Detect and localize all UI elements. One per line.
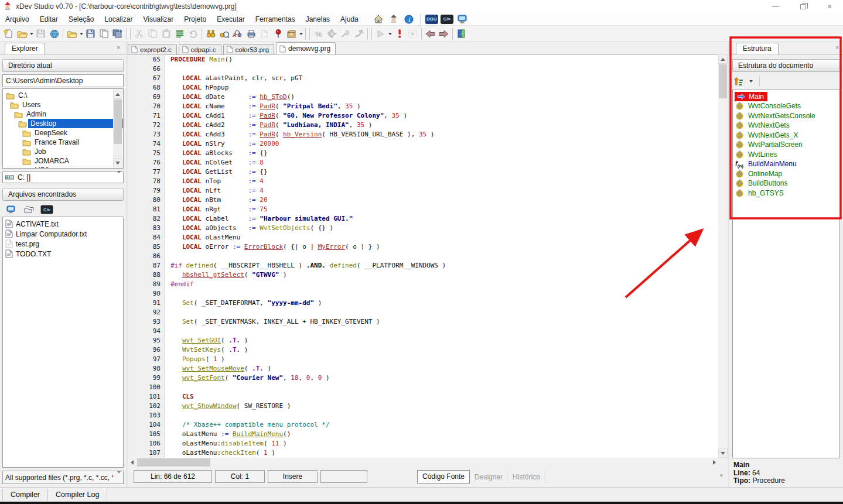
structure-item[interactable]: WvtLines: [733, 150, 839, 160]
structure-item[interactable]: WvtNextGets: [733, 121, 839, 131]
scroll-left-icon[interactable]: [128, 458, 136, 467]
editor-badge-icon[interactable]: C/>: [41, 205, 53, 214]
format-lines-icon[interactable]: [173, 27, 186, 40]
explorer-tree-item[interactable]: DeepSeek: [3, 128, 123, 138]
doc-tab-Histórico[interactable]: Histórico: [508, 471, 545, 484]
menu-localizar[interactable]: Localizar: [99, 13, 138, 25]
editor-tab-expropt2.c[interactable]: expropt2.c: [128, 44, 177, 54]
scroll-up-icon[interactable]: [113, 90, 122, 99]
find-next-icon[interactable]: [217, 27, 231, 40]
structure-close-icon[interactable]: ×: [835, 44, 839, 51]
tab-explorer[interactable]: Explorer: [5, 43, 45, 54]
structure-item[interactable]: OnlineMap: [733, 169, 839, 179]
preview-icon[interactable]: [258, 27, 271, 40]
build-icon[interactable]: [325, 27, 339, 40]
explorer-tree-item[interactable]: Job: [3, 147, 123, 156]
run-dropdown-icon[interactable]: [387, 27, 393, 40]
file-list-item[interactable]: test.prg: [3, 239, 123, 249]
statusbar-close-icon[interactable]: ×: [719, 472, 723, 479]
export-icon[interactable]: [352, 27, 366, 40]
cut-icon[interactable]: [132, 27, 146, 40]
doc-tab-Designer[interactable]: Designer: [470, 471, 508, 484]
scroll-thumb[interactable]: [137, 458, 210, 467]
paste-icon[interactable]: [159, 27, 173, 40]
find-icon[interactable]: [204, 27, 217, 40]
sort-options-chevron-icon[interactable]: [747, 76, 755, 87]
save-as-icon[interactable]: [84, 27, 97, 40]
code-badge[interactable]: C/>: [441, 15, 453, 24]
bottom-tab-compiler-log[interactable]: Compiler Log: [48, 489, 107, 501]
copy-icon[interactable]: [146, 27, 159, 40]
file-list-item[interactable]: ACTIVATE.txt: [3, 219, 123, 229]
web-globe-icon[interactable]: [47, 27, 61, 40]
stop-icon[interactable]: [393, 27, 406, 40]
code-editor[interactable]: 65PROCEDURE Main()6667 LOCAL aLastPaint,…: [128, 54, 718, 458]
file-list-item[interactable]: Limpar Computador.txt: [3, 229, 123, 239]
structure-item[interactable]: WvtConsoleGets: [733, 102, 839, 112]
save-icon[interactable]: [34, 27, 47, 40]
menu-projeto[interactable]: Projeto: [179, 13, 211, 25]
save-all-icon[interactable]: [111, 27, 124, 40]
console-icon[interactable]: [4, 204, 17, 215]
tab-structure[interactable]: Estrutura: [736, 43, 779, 54]
filter-chevron-icon[interactable]: [117, 474, 121, 482]
open-file-dropdown-icon[interactable]: [29, 27, 34, 40]
bottom-tab-compiler[interactable]: Compiler: [2, 489, 48, 501]
info-icon[interactable]: i: [402, 13, 415, 25]
menu-janelas[interactable]: Janelas: [301, 13, 335, 25]
editor-hscrollbar[interactable]: [128, 458, 718, 467]
scroll-down-icon[interactable]: [718, 448, 728, 458]
home-icon[interactable]: [372, 13, 385, 25]
snippets-dropdown-icon[interactable]: [298, 27, 303, 40]
editor-tab-demowvg.prg[interactable]: demowvg.prg: [276, 42, 336, 54]
compile-icon[interactable]: %: [312, 27, 325, 40]
file-filter-select[interactable]: All supported files (*.prg, *.c, *.cc, *…: [2, 471, 124, 484]
drive-selector[interactable]: C: []: [2, 172, 124, 183]
replace-icon[interactable]: AB: [231, 27, 244, 40]
scroll-thumb[interactable]: [114, 100, 122, 144]
rebuild-icon[interactable]: [339, 27, 352, 40]
minimize-button[interactable]: —: [762, 0, 789, 13]
editor-tab-color53.prg[interactable]: color53.prg: [223, 44, 275, 54]
explorer-tree-item[interactable]: Users: [3, 100, 123, 109]
structure-item[interactable]: WvtNextGets_X: [733, 131, 839, 140]
open-project-dropdown-icon[interactable]: [79, 27, 84, 40]
directory-path-input[interactable]: C:\Users\Admin\Desktop: [2, 74, 124, 87]
new-file-icon[interactable]: [2, 27, 15, 40]
menu-arquivo[interactable]: Arquivo: [0, 13, 35, 25]
menu-seleção[interactable]: Seleção: [63, 13, 99, 25]
print-icon[interactable]: [244, 27, 258, 40]
editor-tab-cdpapi.c[interactable]: cdpapi.c: [179, 44, 221, 54]
menu-executar[interactable]: Executar: [211, 13, 250, 25]
structure-item[interactable]: hb_GTSYS: [733, 188, 839, 198]
dbu-badge[interactable]: DBU: [425, 15, 438, 24]
step-icon[interactable]: [406, 27, 419, 40]
run-icon[interactable]: [374, 27, 387, 40]
structure-item[interactable]: f(n)BuildMainMenu: [733, 160, 839, 170]
open-file-icon[interactable]: [15, 27, 29, 40]
scroll-down-icon[interactable]: [113, 158, 122, 167]
menu-editar[interactable]: Editar: [35, 13, 63, 25]
menu-ajuda[interactable]: Ajuda: [335, 13, 364, 25]
sort-icon[interactable]: [732, 76, 745, 87]
close-button[interactable]: ×: [816, 0, 843, 13]
explorer-tree-item[interactable]: MP3: [3, 166, 123, 169]
folders-icon[interactable]: [22, 204, 35, 215]
directory-tree-scrollbar[interactable]: [113, 90, 122, 167]
explorer-tree-item[interactable]: JOMARCA: [3, 156, 123, 166]
explorer-tree-item[interactable]: Admin: [3, 109, 123, 119]
drive-chevron-icon[interactable]: [117, 173, 121, 181]
editor-vscrollbar[interactable]: [718, 54, 728, 458]
monitor-icon[interactable]: [456, 13, 469, 25]
undo-icon[interactable]: [186, 27, 200, 40]
navigate-forward-icon[interactable]: [437, 27, 450, 40]
snippets-icon[interactable]: [285, 27, 298, 40]
explorer-tree-item[interactable]: Desktop: [3, 119, 123, 128]
explorer-tree-item[interactable]: C:\: [3, 91, 123, 100]
structure-item[interactable]: WvtPartialScreen: [733, 140, 839, 150]
copy-file-icon[interactable]: [97, 27, 111, 40]
explorer-tree-item[interactable]: France Travail: [3, 138, 123, 147]
scroll-up-icon[interactable]: [718, 54, 728, 64]
navigate-back-icon[interactable]: [424, 27, 437, 40]
menu-ferramentas[interactable]: Ferramentas: [250, 13, 301, 25]
